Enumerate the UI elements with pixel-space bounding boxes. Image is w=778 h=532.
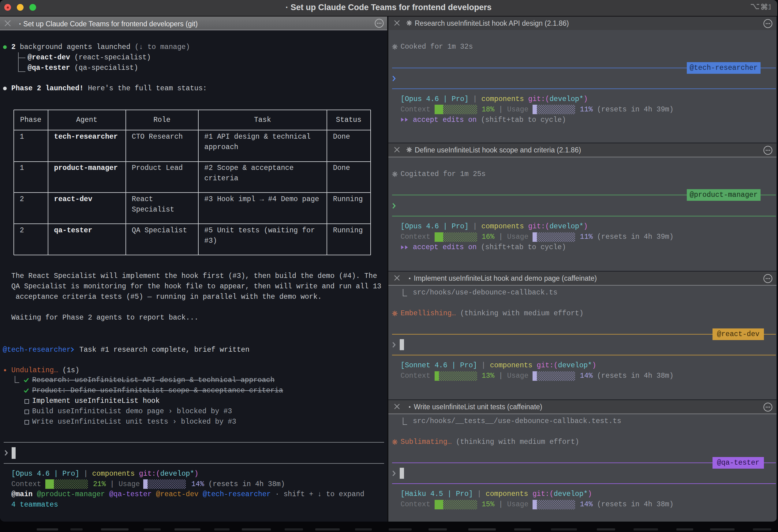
svg-text:1: 1 <box>768 3 771 11</box>
